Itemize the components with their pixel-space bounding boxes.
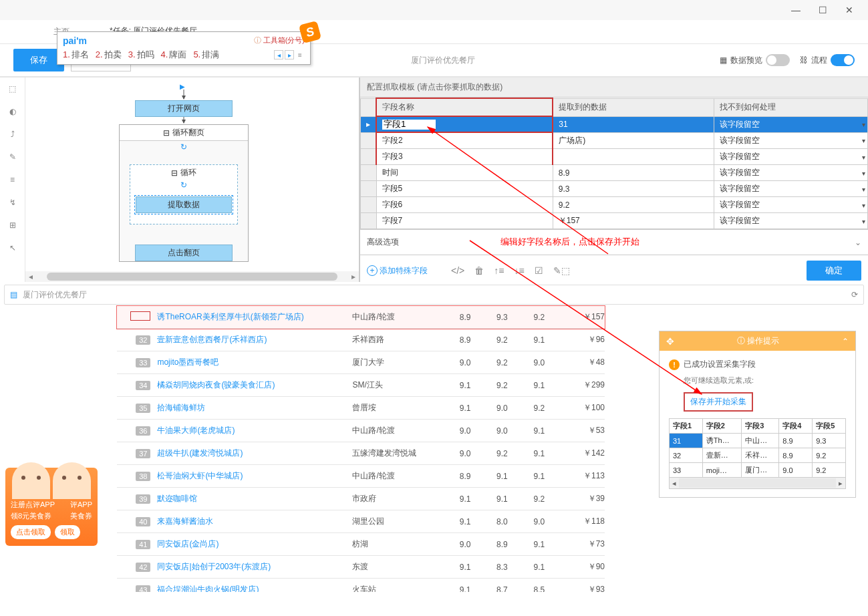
edit-icon[interactable]: ✎ [7, 151, 19, 163]
ime-next[interactable]: ▸ [285, 50, 294, 59]
missing-select[interactable]: 该字段留空▾ [714, 116, 868, 132]
missing-select[interactable]: 该字段留空▾ [714, 149, 868, 165]
sitemap-icon[interactable]: ⊞ [7, 219, 19, 231]
ime-candidate[interactable]: 5.排满 [193, 49, 219, 61]
shop-link[interactable]: 拾海铺海鲜坊 [157, 403, 205, 412]
collapse-icon[interactable]: ⌃ [842, 337, 849, 346]
row-indicator [361, 149, 377, 165]
minimize-button[interactable]: — [782, 0, 809, 20]
rank-checkbox[interactable] [130, 311, 150, 321]
shop-link[interactable]: 松哥油焖大虾(中华城店) [157, 471, 243, 480]
adv-label: 高级选项 [367, 237, 399, 248]
shop-link[interactable]: 福合埕潮汕牛肉火锅(明发店) [157, 585, 259, 592]
device-icon[interactable]: ⬚ [7, 83, 19, 95]
flow-toggle[interactable] [831, 54, 855, 66]
row-indicator [361, 213, 377, 229]
shop-link[interactable]: 壹新壹意创意西餐厅(禾祥西店) [157, 335, 267, 344]
missing-select[interactable]: 该字段留空▾ [714, 165, 868, 181]
score-c: 9.0 [521, 510, 557, 533]
note-icon[interactable]: ✎⬚ [553, 265, 570, 276]
trash-icon[interactable]: 🗑 [474, 265, 484, 276]
branch-icon[interactable]: ↯ [7, 196, 19, 208]
flow-hscroll[interactable]: ◂▸ [25, 271, 359, 282]
ime-toolbox[interactable]: ⓘ 工具箱(分号) [254, 35, 305, 45]
shop-link[interactable]: 牛油果大师(老虎城店) [157, 426, 235, 435]
field-name[interactable]: 字段3 [376, 149, 553, 165]
location: 禾祥西路 [352, 329, 446, 351]
field-name[interactable]: 字段6 [376, 197, 553, 213]
mouse-icon[interactable]: ◐ [7, 106, 19, 118]
upload-icon[interactable]: ⤴ [7, 128, 19, 140]
refresh-icon[interactable]: ⟳ [851, 290, 858, 299]
mini-col: 字段5 [813, 419, 846, 434]
add-special-field[interactable]: +添加特殊字段 [367, 265, 428, 277]
advanced-options[interactable]: 高级选项 编辑好字段名称后，点击保存并开始 ⌄ [360, 229, 868, 255]
shop-link[interactable]: 同安饭店(金尚店) [157, 539, 219, 549]
data-preview-toggle[interactable] [766, 54, 790, 66]
score-a: 8.9 [446, 329, 483, 351]
promo-btn-1[interactable]: 点击领取 [11, 525, 51, 539]
missing-select[interactable]: 该字段留空▾ [714, 197, 868, 213]
list-icon[interactable]: ≡ [7, 174, 19, 186]
shop-link[interactable]: 同安饭店|始创于2003年(东渡店) [157, 562, 271, 571]
score-a: 9.0 [446, 351, 483, 374]
shop-link[interactable]: 超级牛扒(建发湾悦城店) [157, 448, 243, 458]
shop-link[interactable]: 橘焱胡同烧肉夜食(骏豪美食汇店) [157, 380, 275, 390]
promo-btn-2[interactable]: 领取 [55, 525, 80, 539]
field-name-input[interactable] [382, 120, 436, 130]
close-button[interactable]: ✕ [836, 0, 863, 20]
minus-icon: ⊟ [163, 128, 170, 138]
address-input[interactable] [23, 290, 846, 299]
flow-node-click-next[interactable]: 点击翻页 [135, 245, 233, 261]
save-and-collect-link[interactable]: 保存并开始采集 [684, 392, 753, 412]
shop-link[interactable]: 默迩咖啡馆 [157, 494, 197, 503]
ime-candidates[interactable]: 1.排名2.拍卖3.拍吗4.牌面5.排满◂▸≡ [63, 49, 305, 61]
ime-candidate[interactable]: 3.拍吗 [128, 49, 154, 61]
field-name[interactable]: 字段5 [376, 181, 553, 197]
ime-candidate[interactable]: 1.排名 [63, 49, 89, 61]
score-c: 9.1 [521, 465, 557, 488]
tip-subtext: 您可继续选取元素,或: [684, 375, 846, 386]
missing-select[interactable]: 该字段留空▾ [714, 132, 868, 149]
row-indicator: ▸ [361, 116, 377, 132]
col-extracted-data: 提取到的数据 [553, 98, 714, 116]
ime-menu[interactable]: ≡ [295, 50, 305, 59]
ime-candidate[interactable]: 4.牌面 [161, 49, 187, 61]
flow-node-open-page[interactable]: 打开网页 [135, 100, 233, 117]
field-name[interactable]: 字段7 [376, 213, 553, 229]
field-name[interactable]: 字段2 [376, 132, 553, 149]
field-data: 31 [553, 116, 714, 132]
table-row: 42同安饭店|始创于2003年(东渡店)东渡9.18.39.1￥90 [117, 556, 605, 579]
ime-candidate[interactable]: 2.拍卖 [96, 49, 122, 61]
sort-desc-icon[interactable]: ↓≡ [514, 265, 524, 276]
price: ￥100 [557, 397, 605, 420]
move-icon[interactable]: ✥ [666, 336, 674, 347]
table-row: 34橘焱胡同烧肉夜食(骏豪美食汇店)SM/江头9.19.29.1￥299 [117, 374, 605, 397]
score-c: 9.1 [521, 556, 557, 579]
field-name[interactable]: 时间 [376, 165, 553, 181]
missing-select[interactable]: 该字段留空▾ [714, 213, 868, 229]
checkbox-icon[interactable]: ☑ [535, 265, 543, 276]
loop-label: 循环 [180, 167, 196, 178]
code-icon[interactable]: </> [451, 265, 464, 276]
mini-hscroll[interactable]: ◂▸ [670, 478, 845, 488]
sort-asc-icon[interactable]: ↑≡ [494, 265, 504, 276]
missing-select[interactable]: 该字段留空▾ [714, 181, 868, 197]
field-data: 广场店) [553, 132, 714, 149]
shop-link[interactable]: mojito墨西哥餐吧 [157, 357, 219, 367]
confirm-button[interactable]: 确定 [807, 261, 861, 281]
flow-container-loop[interactable]: ⊟循环 ↻ 提取数据 [130, 164, 238, 224]
cursor-icon[interactable]: ↖ [7, 242, 19, 254]
address-bar: ▤ ⟳ [4, 285, 864, 305]
score-c: 9.1 [521, 442, 557, 465]
price: ￥96 [557, 329, 605, 351]
shop-link[interactable]: 诱TheROAR美利坚厚牛扒(新领荟广场店) [157, 312, 303, 321]
rank-badge: 40 [136, 517, 150, 526]
flow-canvas[interactable]: ▶ 打开网页 ⊟循环翻页 ↻ ⊟循环 ↻ 提取数据 点击翻页 [25, 78, 359, 271]
shop-link[interactable]: 来嘉海鲜酱油水 [157, 516, 213, 526]
flow-node-extract[interactable]: 提取数据 [136, 196, 232, 213]
table-row: 33mojito墨西哥餐吧厦门大学9.09.29.0￥48 [117, 351, 605, 374]
location: 中山路/轮渡 [352, 465, 446, 488]
ime-prev[interactable]: ◂ [274, 50, 283, 59]
maximize-button[interactable]: ☐ [809, 0, 836, 20]
